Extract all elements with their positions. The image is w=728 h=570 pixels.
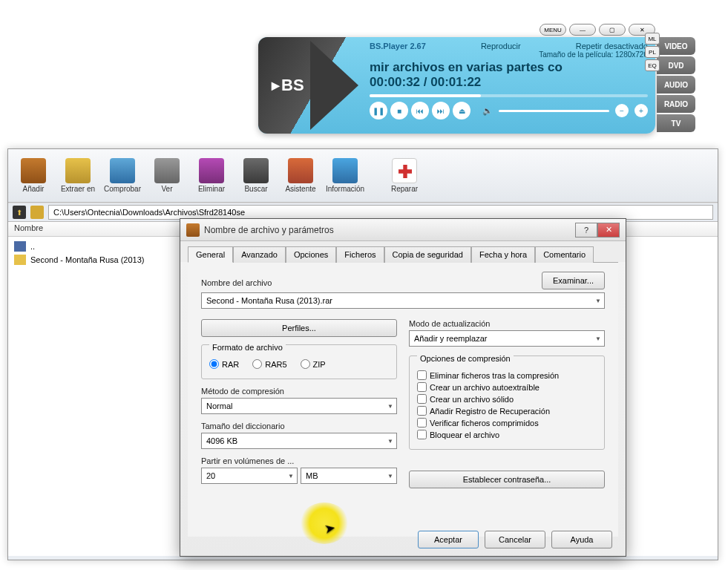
movie-size: Tamaño de la película: 1280x720	[370, 50, 648, 59]
bsplayer-window: MENU — ▢ ✕ VIDEO DVD AUDIO RADIO TV ▶BS …	[258, 37, 655, 134]
split-label: Partir en volúmenes de ...	[201, 456, 397, 465]
volume-slider[interactable]	[499, 110, 609, 112]
dialog-content: Nombre del archivo Examinar... Second - …	[188, 262, 618, 537]
split-size-combo[interactable]: 20	[201, 468, 298, 484]
tab-general[interactable]: General	[188, 246, 233, 263]
filename-label: Nombre del archivo	[201, 278, 272, 287]
browse-button[interactable]: Examinar...	[542, 272, 605, 289]
reproduce-label[interactable]: Reproducir	[481, 42, 521, 50]
radio-rar[interactable]: RAR	[209, 359, 239, 369]
method-label: Método de compresión	[201, 387, 397, 396]
bsplayer-body: ▶BS BS.Player 2.67 Reproducir Repetir de…	[258, 37, 655, 134]
time-display: 00:00:32 / 00:01:22	[370, 75, 648, 90]
dialog-title: Nombre de archivo y parámetros	[204, 225, 334, 235]
bsplayer-info: BS.Player 2.67 Reproducir Repetir desact…	[362, 37, 655, 134]
tab-options[interactable]: Opciones	[286, 246, 336, 263]
format-label: Formato de archivo	[209, 343, 286, 352]
playback-controls: ❚❚ ■ ⏮ ⏭ ⏏ 🔈 − +	[370, 102, 648, 119]
help-titlebtn[interactable]: ?	[575, 223, 597, 238]
folder-icon	[14, 255, 26, 265]
pause-button[interactable]: ❚❚	[370, 102, 387, 119]
close-titlebtn[interactable]: ✕	[597, 223, 620, 238]
media-title: mir archivos en varias partes co	[370, 60, 648, 75]
password-button[interactable]: Establecer contraseña...	[409, 471, 605, 488]
volume-icon[interactable]: 🔈	[482, 106, 493, 116]
split-unit-combo[interactable]: MB	[301, 468, 397, 484]
path-input[interactable]	[48, 205, 713, 220]
filename-combo[interactable]: Second - Montaña Rusa (2013).rar	[201, 292, 605, 309]
dict-combo[interactable]: 4096 KB	[201, 433, 397, 449]
test-button[interactable]: Comprobar	[102, 152, 143, 199]
chk-delete[interactable]: Eliminar ficheros tras la compresión	[417, 370, 597, 380]
stop-button[interactable]: ■	[390, 102, 408, 119]
eject-button[interactable]: ⏏	[453, 102, 470, 119]
tab-dvd[interactable]: DVD	[657, 56, 695, 74]
eq-badge[interactable]: EQ	[645, 59, 655, 71]
dialog-tabs: General Avanzado Opciones Ficheros Copia…	[180, 241, 626, 262]
tab-audio[interactable]: AUDIO	[657, 76, 695, 94]
computer-icon	[14, 241, 26, 252]
app-name: BS.Player 2.67	[370, 42, 426, 50]
minimize-button[interactable]: —	[569, 24, 596, 36]
add-button[interactable]: Añadir	[13, 152, 54, 199]
up-icon[interactable]: ⬆	[13, 206, 26, 219]
bsplayer-badges: ML PL EQ	[645, 37, 655, 71]
tab-files[interactable]: Ficheros	[336, 246, 384, 263]
maximize-button[interactable]: ▢	[599, 24, 626, 36]
dialog-footer: Aceptar Cancelar Ayuda	[418, 531, 612, 548]
vol-up-button[interactable]: +	[634, 104, 648, 117]
chk-recovery[interactable]: Añadir Registro de Recuperación	[417, 406, 597, 416]
dialog-titlebar[interactable]: Nombre de archivo y parámetros ? ✕	[180, 219, 626, 241]
view-button[interactable]: Ver	[146, 152, 188, 199]
repeat-label[interactable]: Repetir desactivado	[576, 42, 648, 50]
menu-button[interactable]: MENU	[540, 24, 566, 36]
delete-button[interactable]: Eliminar	[191, 152, 232, 199]
radio-zip[interactable]: ZIP	[301, 359, 326, 369]
dict-label: Tamaño del diccionario	[201, 422, 397, 430]
repair-button[interactable]: Reparar	[384, 152, 425, 199]
pl-badge[interactable]: PL	[645, 46, 655, 58]
cancel-button[interactable]: Cancelar	[485, 531, 545, 548]
find-button[interactable]: Buscar	[235, 152, 277, 199]
bsplayer-side-tabs: VIDEO DVD AUDIO RADIO TV	[657, 37, 695, 134]
help-button[interactable]: Ayuda	[551, 531, 612, 548]
profiles-button[interactable]: Perfiles...	[201, 319, 397, 337]
chk-verify[interactable]: Verificar ficheros comprimidos	[417, 418, 597, 428]
progress-bar[interactable]	[370, 94, 648, 97]
tab-radio[interactable]: RADIO	[657, 95, 695, 113]
info-button[interactable]: Información	[324, 152, 366, 199]
bsplayer-titlebar: MENU — ▢ ✕	[540, 24, 655, 36]
tab-comment[interactable]: Comentario	[535, 246, 594, 263]
ok-button[interactable]: Aceptar	[418, 531, 479, 548]
comp-options-label: Opciones de compresión	[417, 354, 514, 363]
wizard-button[interactable]: Asistente	[280, 152, 321, 199]
vol-down-button[interactable]: −	[615, 104, 629, 117]
extract-button[interactable]: Extraer en	[57, 152, 99, 199]
archive-dialog: Nombre de archivo y parámetros ? ✕ Gener…	[180, 218, 626, 557]
update-label: Modo de actualización	[409, 319, 605, 328]
ml-badge[interactable]: ML	[645, 37, 655, 45]
bsplayer-logo: ▶BS	[258, 37, 362, 134]
tab-time[interactable]: Fecha y hora	[471, 246, 535, 263]
chk-sfx[interactable]: Crear un archivo autoextraíble	[417, 382, 597, 392]
radio-rar5[interactable]: RAR5	[252, 359, 286, 369]
tab-video[interactable]: VIDEO	[657, 37, 695, 55]
tab-advanced[interactable]: Avanzado	[233, 246, 286, 263]
method-combo[interactable]: Normal	[201, 398, 397, 414]
tab-backup[interactable]: Copia de seguridad	[384, 246, 471, 263]
chk-solid[interactable]: Crear un archivo sólido	[417, 394, 597, 404]
chk-lock[interactable]: Bloquear el archivo	[417, 430, 597, 439]
tab-tv[interactable]: TV	[657, 114, 695, 132]
update-combo[interactable]: Añadir y reemplazar	[409, 330, 605, 347]
prev-button[interactable]: ⏮	[411, 102, 429, 119]
next-button[interactable]: ⏭	[432, 102, 450, 119]
winrar-toolbar: Añadir Extraer en Comprobar Ver Eliminar…	[8, 149, 718, 203]
winrar-icon	[186, 223, 200, 237]
folder-icon	[30, 206, 44, 219]
